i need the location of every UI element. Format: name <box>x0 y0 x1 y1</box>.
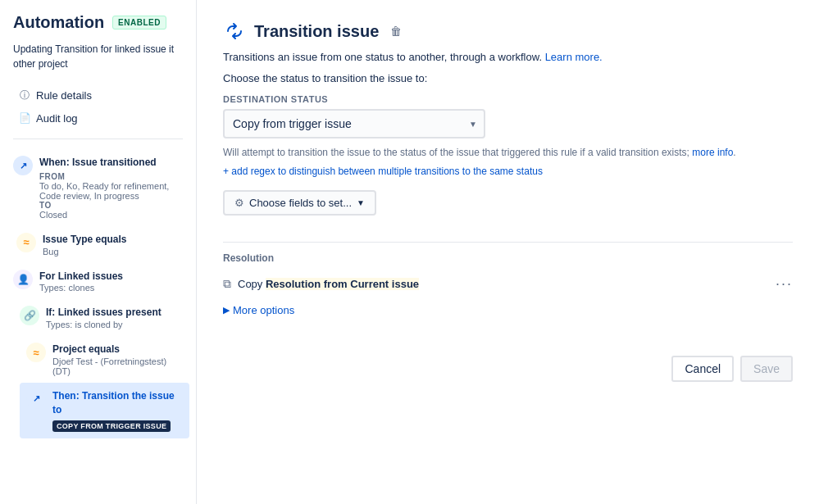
rule-details-label: Rule details <box>36 89 92 102</box>
action-header: Transition issue 🗑 <box>223 20 793 43</box>
rule-details-icon: ⓘ <box>18 89 31 102</box>
main-content: Transition issue 🗑 Transitions an issue … <box>197 0 819 504</box>
trigger-content: When: Issue transitioned FROM To do, Ko,… <box>39 156 183 220</box>
step-linked-issues[interactable]: 👤 For Linked issues Types: clones <box>7 263 189 300</box>
linked-issues-title: For Linked issues <box>39 270 183 284</box>
step-issue-type[interactable]: ≈ Issue Type equals Bug <box>13 226 189 263</box>
resolution-highlight: Resolution from Current issue <box>266 278 419 290</box>
more-options-label: More options <box>233 304 294 316</box>
project-equals-title: Project equals <box>52 343 183 356</box>
sidebar-item-rule-details[interactable]: ⓘ Rule details <box>13 84 183 106</box>
choose-fields-button[interactable]: ⚙ Choose fields to set... ▼ <box>223 190 376 216</box>
more-dots-icon[interactable]: ··· <box>776 275 793 293</box>
more-info-link[interactable]: more info <box>692 147 733 158</box>
enabled-badge: ENABLED <box>112 16 166 30</box>
app-title: Automation <box>13 13 104 32</box>
gear-icon: ⚙ <box>234 197 244 209</box>
step-project-equals[interactable]: ≈ Project equals Djoef Test - (Forretnin… <box>20 336 189 383</box>
linked-issues-detail: Types: clones <box>39 283 183 293</box>
if-linked-content: If: Linked issues present Types: is clon… <box>46 306 183 329</box>
desc-text: Transitions an issue from one status to … <box>223 51 542 63</box>
then-transition-badge: COPY FROM TRIGGER ISSUE <box>52 420 171 432</box>
chevron-down-icon: ▼ <box>357 198 365 207</box>
linked-issues-icon: 👤 <box>13 270 33 289</box>
choose-fields-label: Choose fields to set... <box>249 197 352 209</box>
project-equals-content: Project equals Djoef Test - (Forretnings… <box>52 343 183 376</box>
issue-type-detail: Bug <box>43 247 183 257</box>
destination-status-select[interactable]: Copy from trigger issue Done In Progress… <box>223 109 485 138</box>
trigger-to-values: Closed <box>39 210 183 220</box>
then-transition-icon: ↗ <box>26 389 46 409</box>
trigger-from-values: To do, Ko, Ready for refinement, Code re… <box>39 181 183 201</box>
help-text-main: Will attempt to transition the issue to … <box>223 147 689 158</box>
sidebar-divider <box>13 138 183 139</box>
if-linked-icon: 🔗 <box>20 306 39 325</box>
trigger-to-label: TO <box>39 201 183 210</box>
trigger-icon: ↗ <box>13 156 33 175</box>
project-equals-icon: ≈ <box>26 343 46 362</box>
step-trigger[interactable]: ↗ When: Issue transitioned FROM To do, K… <box>7 149 189 226</box>
resolution-label: Resolution <box>223 252 793 264</box>
issue-type-icon: ≈ <box>16 233 36 252</box>
fields-divider <box>223 242 793 243</box>
audit-log-icon: 📄 <box>18 111 31 125</box>
then-transition-content: Then: Transition the issue to COPY FROM … <box>52 389 183 432</box>
action-icon <box>223 20 246 43</box>
destination-status-label: Destination status <box>223 94 793 104</box>
rule-subtitle: Updating Transition for linked issue it … <box>0 42 196 84</box>
copy-prefix: Copy <box>238 278 266 290</box>
resolution-row: ⧉ Copy Resolution from Current issue ··· <box>223 270 793 297</box>
trigger-title: When: Issue transitioned <box>39 156 183 170</box>
add-regex-link[interactable]: + add regex to distinguish between multi… <box>223 166 543 177</box>
sidebar-header: Automation ENABLED <box>0 13 196 42</box>
trigger-from-label: FROM <box>39 172 183 181</box>
cancel-button[interactable]: Cancel <box>671 356 734 382</box>
save-button[interactable]: Save <box>740 356 793 382</box>
issue-type-title: Issue Type equals <box>43 233 183 247</box>
sidebar-item-audit-log[interactable]: 📄 Audit log <box>13 107 183 129</box>
then-transition-title: Then: Transition the issue to <box>52 389 183 417</box>
choose-status-text: Choose the status to transition the issu… <box>223 72 793 84</box>
more-options-row[interactable]: ▶ More options <box>223 304 793 316</box>
if-linked-title: If: Linked issues present <box>46 306 183 320</box>
chevron-right-icon: ▶ <box>223 305 230 316</box>
delete-action-icon[interactable]: 🗑 <box>390 25 402 38</box>
sidebar-nav: ⓘ Rule details 📄 Audit log <box>0 84 196 129</box>
linked-issues-content: For Linked issues Types: clones <box>39 270 183 293</box>
action-title: Transition issue <box>254 22 379 41</box>
step-then-transition[interactable]: ↗ Then: Transition the issue to COPY FRO… <box>20 383 189 438</box>
steps-list: ↗ When: Issue transitioned FROM To do, K… <box>0 149 196 438</box>
if-linked-detail: Types: is cloned by <box>46 320 183 329</box>
help-text: Will attempt to transition the issue to … <box>223 145 793 160</box>
step-if-linked[interactable]: 🔗 If: Linked issues present Types: is cl… <box>13 299 189 336</box>
audit-log-label: Audit log <box>36 112 78 125</box>
sidebar: Automation ENABLED Updating Transition f… <box>0 0 197 504</box>
action-footer: Cancel Save <box>223 343 793 382</box>
resolution-text: Copy Resolution from Current issue <box>238 278 419 290</box>
project-equals-detail: Djoef Test - (Forretningstest) (DT) <box>52 356 183 376</box>
copy-resolution-icon[interactable]: ⧉ <box>223 277 231 291</box>
destination-status-wrapper[interactable]: Copy from trigger issue Done In Progress… <box>223 109 485 138</box>
learn-more-link[interactable]: Learn more. <box>545 51 603 63</box>
action-description: Transitions an issue from one status to … <box>223 49 793 66</box>
issue-type-content: Issue Type equals Bug <box>43 233 183 257</box>
